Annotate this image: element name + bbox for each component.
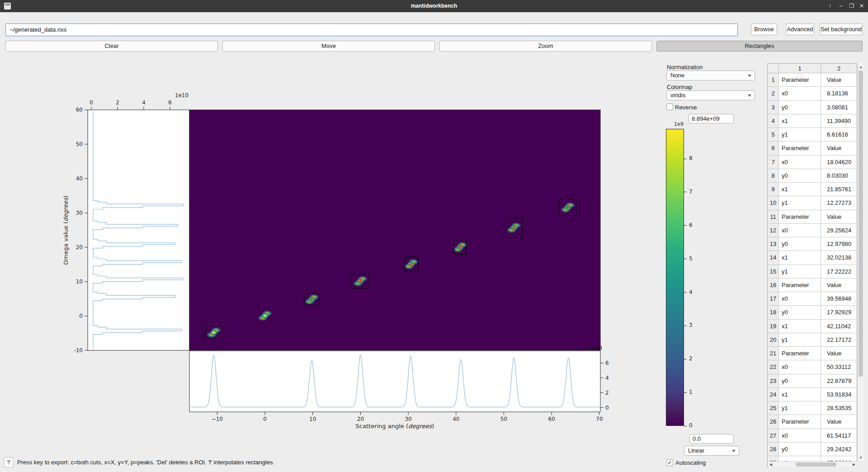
parameter-cell[interactable]: x1 — [779, 183, 821, 196]
parameter-cell[interactable]: Parameter — [779, 347, 821, 360]
value-cell[interactable]: 61.54117 — [821, 429, 857, 443]
parameter-cell[interactable]: y1 — [779, 401, 821, 415]
parameter-cell[interactable]: x0 — [779, 156, 821, 169]
parameter-cell[interactable]: x1 — [779, 388, 821, 401]
parameter-cell[interactable]: Parameter — [779, 415, 821, 429]
roi-rectangle[interactable] — [351, 274, 369, 288]
table-vertical-scrollbar[interactable]: ▲ ▼ — [857, 64, 864, 461]
minimize-icon[interactable]: – — [835, 0, 846, 12]
parameter-cell[interactable]: y0 — [779, 237, 821, 251]
value-cell[interactable]: 6.61616 — [821, 128, 857, 142]
value-cell[interactable]: 39.56948 — [821, 292, 857, 306]
table-row[interactable]: 12x029.25624 — [768, 224, 857, 237]
value-cell[interactable]: 21.85761 — [821, 183, 857, 196]
parameter-cell[interactable]: x1 — [779, 320, 821, 333]
table-row[interactable]: 6ParameterValue — [768, 142, 857, 155]
autoscaling-checkbox[interactable]: ✓ — [666, 459, 673, 466]
tool-button-rectangles[interactable]: Rectangles — [656, 41, 863, 52]
advanced-button[interactable]: Advanced — [786, 24, 814, 35]
parameter-cell[interactable]: Parameter — [779, 73, 821, 87]
parameter-cell[interactable]: y1 — [779, 265, 821, 278]
roi-rectangle[interactable] — [205, 326, 224, 339]
scroll-down-icon[interactable]: ▼ — [858, 456, 864, 460]
table-row[interactable]: 8y08.03030 — [768, 169, 857, 183]
value-cell[interactable]: 8.18136 — [821, 87, 857, 100]
value-cell[interactable]: 8.03030 — [821, 169, 857, 183]
maximize-icon[interactable]: ❐ — [846, 0, 857, 12]
parameter-cell[interactable]: y0 — [779, 169, 821, 183]
roi-rectangle[interactable] — [304, 293, 319, 306]
value-cell[interactable]: 12.27273 — [821, 196, 857, 210]
keep-above-icon[interactable]: ↑ — [825, 0, 835, 12]
parameter-cell[interactable]: y0 — [779, 374, 821, 388]
value-cell[interactable]: 28.53535 — [821, 401, 857, 415]
table-horizontal-scrollbar[interactable]: ◀ ▶ — [768, 461, 857, 467]
table-row[interactable]: 21ParameterValue — [768, 347, 857, 360]
scroll-right-icon[interactable]: ▶ — [851, 463, 857, 467]
value-cell[interactable]: 12.97980 — [821, 237, 857, 251]
help-button[interactable]: ? — [4, 457, 14, 467]
parameter-table[interactable]: 121ParameterValue2x08.181363y03.080814x1… — [767, 63, 857, 467]
parameter-cell[interactable]: Parameter — [779, 278, 821, 292]
close-icon[interactable]: ✕ — [856, 0, 867, 12]
table-row[interactable]: 14x132.02138 — [768, 251, 857, 264]
table-row[interactable]: 15y117.22222 — [768, 265, 857, 278]
colormap-combobox[interactable]: viridis — [666, 90, 755, 100]
table-row[interactable]: 26ParameterValue — [768, 415, 857, 429]
table-row[interactable]: 22x050.33112 — [768, 360, 857, 374]
browse-button[interactable]: Browse — [751, 24, 777, 35]
table-row[interactable]: 2x08.18136 — [768, 87, 857, 100]
table-row[interactable]: 11ParameterValue — [768, 210, 857, 224]
value-cell[interactable]: Value — [821, 415, 857, 429]
value-cell[interactable]: 32.02138 — [821, 251, 857, 264]
parameter-cell[interactable]: x1 — [779, 251, 821, 264]
parameter-cell[interactable]: y1 — [779, 333, 821, 347]
value-cell[interactable]: 29.25624 — [821, 224, 857, 237]
file-path-input[interactable]: ~/generated_data.nxs — [5, 24, 738, 36]
vertical-scroll-thumb[interactable] — [859, 71, 863, 377]
table-corner-cell[interactable] — [768, 64, 779, 73]
set-background-button[interactable]: Set background — [820, 24, 863, 35]
table-row[interactable]: 27x061.54117 — [768, 429, 857, 443]
parameter-cell[interactable]: x0 — [779, 360, 821, 374]
colorbar-max-input[interactable]: 8.894e+09 — [689, 114, 734, 123]
parameter-cell[interactable]: x0 — [779, 292, 821, 306]
parameter-cell[interactable]: x0 — [779, 87, 821, 100]
value-cell[interactable]: Value — [821, 278, 857, 292]
value-cell[interactable]: 3.08081 — [821, 101, 857, 114]
parameter-cell[interactable]: y0 — [779, 101, 821, 114]
scroll-left-icon[interactable]: ◀ — [768, 463, 774, 467]
value-cell[interactable]: 29.24242 — [821, 443, 857, 456]
value-cell[interactable]: 22.87879 — [821, 374, 857, 388]
table-row[interactable]: 9x121.85761 — [768, 183, 857, 196]
table-row[interactable]: 25y128.53535 — [768, 401, 857, 415]
table-column-header[interactable]: 1 — [779, 64, 821, 73]
colorbar-min-input[interactable]: 0.0 — [689, 434, 734, 444]
parameter-cell[interactable]: y1 — [779, 128, 821, 142]
value-cell[interactable]: Value — [821, 73, 857, 87]
table-row[interactable]: 5y16.61616 — [768, 128, 857, 142]
value-cell[interactable]: 17.92929 — [821, 306, 857, 319]
table-row[interactable]: 28y029.24242 — [768, 443, 857, 456]
value-cell[interactable]: 53.91834 — [821, 388, 857, 401]
tool-button-move[interactable]: Move — [222, 41, 435, 52]
table-row[interactable]: 24x153.91834 — [768, 388, 857, 401]
value-cell[interactable]: 50.33112 — [821, 360, 857, 374]
table-row[interactable]: 16ParameterValue — [768, 278, 857, 292]
table-row[interactable]: 1ParameterValue — [768, 73, 857, 87]
parameter-cell[interactable]: x0 — [779, 224, 821, 237]
table-row[interactable]: 17x039.56948 — [768, 292, 857, 306]
table-row[interactable]: 10y112.27273 — [768, 196, 857, 210]
value-cell[interactable]: 22.17172 — [821, 333, 857, 347]
table-row[interactable]: 3y03.08081 — [768, 101, 857, 114]
value-cell[interactable]: 42.11042 — [821, 320, 857, 333]
tool-button-zoom[interactable]: Zoom — [439, 41, 652, 52]
horizontal-scroll-thumb[interactable] — [796, 463, 836, 467]
value-cell[interactable]: 11.39490 — [821, 114, 857, 128]
table-row[interactable]: 18y017.92929 — [768, 306, 857, 319]
tool-button-clear[interactable]: Clear — [5, 41, 218, 52]
roi-rectangle[interactable] — [454, 240, 466, 254]
parameter-cell[interactable]: y1 — [779, 196, 821, 210]
roi-rectangle[interactable] — [559, 199, 576, 216]
reverse-checkbox[interactable] — [666, 104, 673, 110]
